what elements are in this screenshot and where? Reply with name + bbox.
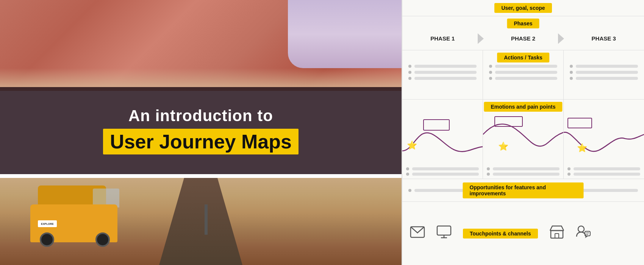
line xyxy=(495,71,557,74)
user-goal-badge: User, goal, scope xyxy=(494,3,552,13)
bullet xyxy=(408,189,411,192)
line xyxy=(495,77,557,80)
road-post xyxy=(205,204,208,235)
bullet xyxy=(406,167,409,170)
bullet xyxy=(408,71,411,74)
emotion-bullets-3 xyxy=(567,167,640,176)
emotion-bullets-1 xyxy=(406,167,479,176)
emotion-box-1 xyxy=(423,119,450,131)
van-wheel-right xyxy=(95,232,110,247)
monitor-icon xyxy=(436,225,452,242)
van-shape: EXPLORE xyxy=(30,189,121,242)
line xyxy=(576,77,638,80)
phase-3: PHASE 3 xyxy=(563,35,644,42)
star-icon-3: ⭐ xyxy=(577,143,587,153)
emotion-col-3: ⭐ xyxy=(564,100,644,179)
van-license: EXPLORE xyxy=(38,220,57,227)
bullet xyxy=(489,65,492,68)
bullet-line xyxy=(408,71,477,74)
action-col-3 xyxy=(564,50,644,99)
bullet-line xyxy=(408,65,477,68)
opportunities-label-wrapper: Opportunities for features and improveme… xyxy=(463,182,584,198)
title-banner: An introduction to User Journey Maps xyxy=(0,87,402,174)
bullet xyxy=(406,173,409,176)
phases-columns: PHASE 1 PHASE 2 PHASE 3 xyxy=(402,35,644,42)
bullet-line xyxy=(487,173,560,176)
line xyxy=(412,167,479,170)
actions-row: Actions / Tasks xyxy=(402,50,644,100)
line xyxy=(576,189,638,192)
bullet xyxy=(567,173,571,176)
touchpoints-row: Touchpoints & channels xyxy=(402,202,644,265)
actions-badge: Actions / Tasks xyxy=(497,53,549,62)
store-icon xyxy=(549,225,564,242)
action-col-1 xyxy=(402,50,483,99)
line xyxy=(574,173,640,176)
bullet-line xyxy=(487,167,560,170)
phase-2: PHASE 2 xyxy=(483,35,564,42)
right-panel: User, goal, scope Phases PHASE 1 PHASE 2… xyxy=(402,0,644,265)
van: EXPLORE xyxy=(30,189,121,242)
bullet-line xyxy=(489,65,557,68)
emotions-row: Emotions and pain points ⭐ ⭐ xyxy=(402,100,644,179)
bullet xyxy=(489,77,492,80)
svg-point-7 xyxy=(578,226,584,232)
star-icon-2: ⭐ xyxy=(498,142,508,151)
bullet-line xyxy=(570,77,638,80)
email-icon xyxy=(410,226,425,241)
actions-label-wrapper: Actions / Tasks xyxy=(497,53,549,62)
svg-rect-4 xyxy=(551,231,563,238)
line xyxy=(414,71,477,74)
phases-badge: Phases xyxy=(507,19,539,28)
line xyxy=(574,167,640,170)
bullet-line xyxy=(408,77,477,80)
phases-row: Phases PHASE 1 PHASE 2 PHASE 3 xyxy=(402,16,644,50)
emotion-col-1: ⭐ xyxy=(402,100,483,179)
bullet xyxy=(487,173,490,176)
emotion-col-2: ⭐ xyxy=(483,100,564,179)
bullet xyxy=(489,71,492,74)
line xyxy=(576,65,638,68)
road-path xyxy=(159,178,242,265)
bullet xyxy=(567,167,571,170)
bullet-line xyxy=(567,173,640,176)
bullet-line xyxy=(406,173,479,176)
intro-text: An introduction to xyxy=(128,107,273,125)
svg-rect-1 xyxy=(437,226,451,235)
emotion-bullets-2 xyxy=(487,167,560,176)
user-goal-row: User, goal, scope xyxy=(402,0,644,16)
opportunities-badge: Opportunities for features and improveme… xyxy=(463,182,584,198)
bullet xyxy=(570,71,573,74)
emotion-box-3 xyxy=(567,118,592,128)
line xyxy=(576,71,638,74)
phases-label-wrapper: Phases xyxy=(507,19,539,28)
sky xyxy=(288,0,402,68)
line xyxy=(495,65,557,68)
bullet-line xyxy=(570,71,638,74)
bullet-line xyxy=(567,167,640,170)
svg-rect-6 xyxy=(555,234,559,238)
line xyxy=(414,77,477,80)
touchpoints-badge: Touchpoints & channels xyxy=(463,229,538,238)
chat-person-icon xyxy=(576,225,591,242)
bullet xyxy=(570,65,573,68)
van-body: EXPLORE xyxy=(30,204,117,242)
bullet-line xyxy=(570,65,638,68)
line xyxy=(493,173,560,176)
phase-1: PHASE 1 xyxy=(402,35,483,42)
bullet xyxy=(570,77,573,80)
bullet xyxy=(408,65,411,68)
star-icon-1: ⭐ xyxy=(407,140,417,150)
bullet xyxy=(487,167,490,170)
bullet-line xyxy=(406,167,479,170)
van-wheel-left xyxy=(40,232,54,247)
line xyxy=(412,173,479,176)
bullet-line xyxy=(489,77,557,80)
bullet-line xyxy=(489,71,557,74)
opportunities-row: Opportunities for features and improveme… xyxy=(402,179,644,202)
line xyxy=(493,167,560,170)
title-highlight: User Journey Maps xyxy=(103,129,299,154)
line xyxy=(414,65,477,68)
left-panel: An introduction to User Journey Maps EXP… xyxy=(0,0,402,265)
bullet xyxy=(408,77,411,80)
